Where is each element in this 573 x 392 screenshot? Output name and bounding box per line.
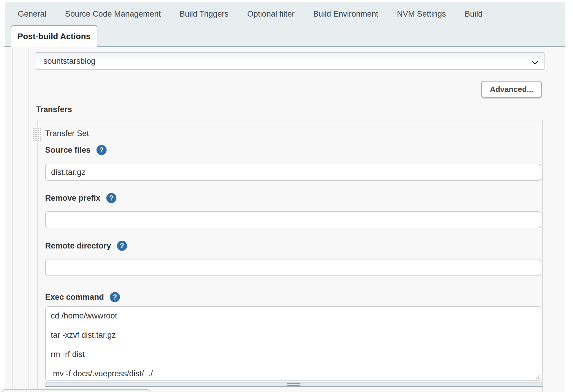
tab-build[interactable]: Build <box>465 9 482 19</box>
tab-build-environment[interactable]: Build Environment <box>313 9 378 19</box>
tab-build-triggers[interactable]: Build Triggers <box>180 9 229 19</box>
help-icon[interactable]: ? <box>117 241 127 251</box>
chevron-down-icon <box>533 59 537 64</box>
tab-general[interactable]: General <box>18 9 46 19</box>
ssh-server-selected-value: sountstarsblog <box>43 57 96 66</box>
tab-optional-filter[interactable]: Optional filter <box>247 9 295 19</box>
source-files-input[interactable] <box>45 164 541 181</box>
help-icon[interactable]: ? <box>96 145 107 155</box>
textarea-drag-bar[interactable] <box>45 382 542 387</box>
tab-nvm-settings[interactable]: NVM Settings <box>397 9 446 19</box>
advanced-button[interactable]: Advanced... <box>481 81 542 98</box>
source-files-label-text: Source files <box>45 146 91 155</box>
drag-bar-grip-icon <box>287 383 300 386</box>
exec-command-label: Exec command ? <box>45 292 120 302</box>
tab-row: General Source Code Management Build Tri… <box>18 2 482 26</box>
remote-directory-label: Remote directory ? <box>45 240 127 251</box>
transfer-set-label: Transfer Set <box>45 129 89 138</box>
remote-directory-input[interactable] <box>45 259 541 276</box>
remove-prefix-label: Remove prefix ? <box>45 193 116 203</box>
remove-prefix-label-text: Remove prefix <box>45 194 100 203</box>
tab-source-code-management[interactable]: Source Code Management <box>65 9 161 19</box>
next-section-highlight <box>2 389 151 392</box>
tab-post-build-actions[interactable]: Post-build Actions <box>11 25 97 47</box>
exec-command-textarea[interactable]: cd /home/wwwroot tar -xzvf dist.tar.gz r… <box>45 306 541 381</box>
help-icon[interactable]: ? <box>110 292 120 302</box>
remove-prefix-input[interactable] <box>45 211 541 228</box>
transfers-heading: Transfers <box>36 105 72 114</box>
help-icon[interactable]: ? <box>106 193 116 203</box>
remote-directory-label-text: Remote directory <box>45 241 111 251</box>
drag-handle-icon[interactable] <box>32 127 41 141</box>
ssh-server-select[interactable]: sountstarsblog <box>36 52 544 70</box>
exec-command-label-text: Exec command <box>45 293 104 302</box>
source-files-label: Source files ? <box>45 145 107 155</box>
